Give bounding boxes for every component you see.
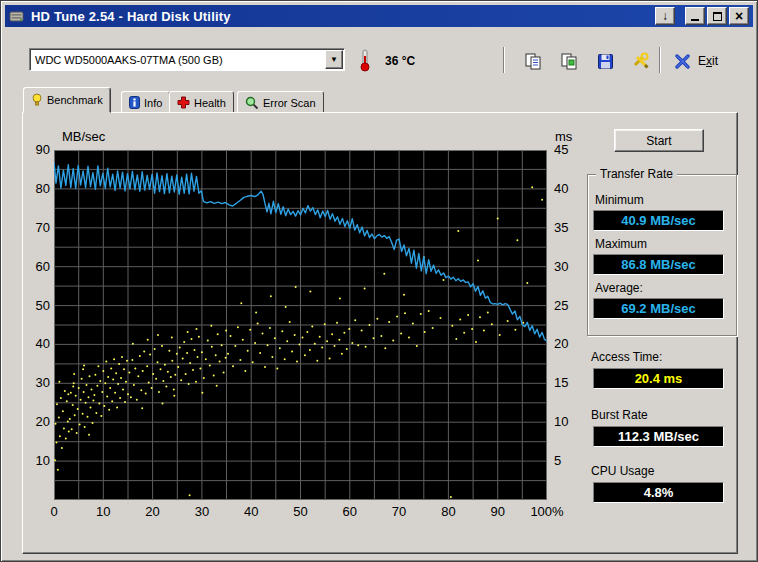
drive-select-dropdown-button[interactable]: ▼ [325, 50, 343, 69]
maximize-icon [713, 12, 722, 21]
copy-pages-icon [525, 53, 542, 70]
exit-label-pre: E [698, 54, 706, 68]
tab-benchmark-label: Benchmark [47, 94, 103, 106]
options-button[interactable] [629, 49, 653, 73]
magnifier-icon [245, 96, 259, 110]
left-axis-tick: 40 [22, 336, 50, 351]
x-axis-tick: 0 [50, 504, 57, 519]
maximum-value: 86.8 MB/sec [593, 254, 724, 275]
x-axis-tick: 70 [392, 504, 406, 519]
x-axis-tick: 30 [195, 504, 209, 519]
start-button[interactable]: Start [614, 129, 704, 152]
left-axis-title: MB/sec [62, 129, 105, 144]
minimum-label: Minimum [595, 193, 644, 207]
left-axis-tick: 70 [22, 220, 50, 235]
left-axis-tick: 30 [22, 375, 50, 390]
copy-text-button[interactable] [521, 49, 545, 73]
left-axis-tick: 20 [22, 414, 50, 429]
x-axis-tick: 40 [244, 504, 258, 519]
tab-error-scan[interactable]: Error Scan [237, 91, 324, 113]
tools-icon [632, 52, 650, 70]
x-axis-tick: 90 [490, 504, 504, 519]
info-icon [129, 96, 140, 109]
cpu-usage-label: CPU Usage [591, 464, 654, 478]
tab-info[interactable]: Info [121, 91, 170, 113]
average-value: 69.2 MB/sec [593, 298, 724, 319]
left-axis-tick: 60 [22, 259, 50, 274]
grid-lines [54, 150, 547, 500]
right-axis-tick: 40 [554, 181, 568, 196]
access-time-value: 20.4 ms [593, 368, 724, 389]
x-axis-tick: 10 [96, 504, 110, 519]
window-title: HD Tune 2.54 - Hard Disk Utility [31, 9, 231, 24]
tab-info-label: Info [144, 97, 162, 109]
left-axis-tick: 80 [22, 181, 50, 196]
burst-rate-value: 112.3 MB/sec [593, 426, 724, 447]
left-axis-tick: 90 [22, 142, 50, 157]
close-button[interactable]: × [729, 7, 749, 25]
benchmark-page: MB/sec ms 908070605040302010454035302520… [22, 112, 738, 554]
x-axis-tick: 100% [530, 504, 563, 519]
exit-x-icon [675, 54, 691, 69]
thermometer-icon [358, 48, 372, 72]
drive-select[interactable]: WDC WD5000AAKS-07TMA (500 GB) ▼ [29, 48, 345, 71]
benchmark-chart: MB/sec ms 908070605040302010454035302520… [54, 150, 547, 500]
cpu-usage-value: 4.8% [593, 482, 724, 503]
lightbulb-icon [31, 93, 43, 107]
tab-health[interactable]: Health [169, 91, 234, 113]
tab-health-label: Health [194, 97, 226, 109]
app-icon [9, 8, 25, 24]
x-axis-tick: 60 [343, 504, 357, 519]
roll-up-button[interactable]: ↓ [655, 7, 675, 25]
toolbar-separator [659, 47, 661, 73]
left-axis-tick: 50 [22, 298, 50, 313]
right-axis-tick: 20 [554, 336, 568, 351]
right-axis-tick: 35 [554, 220, 568, 235]
copy-image-icon [561, 53, 578, 70]
right-axis-tick: 25 [554, 298, 568, 313]
minimum-value: 40.9 MB/sec [593, 210, 724, 231]
titlebar[interactable]: HD Tune 2.54 - Hard Disk Utility ↓ × [5, 5, 753, 27]
chart-plot [54, 150, 547, 500]
toolbar-separator [503, 47, 505, 73]
temperature-value: 36 °C [385, 54, 415, 68]
copy-image-button[interactable] [557, 49, 581, 73]
tab-benchmark[interactable]: Benchmark [23, 87, 111, 113]
maximize-button[interactable] [707, 7, 727, 25]
red-cross-icon [177, 96, 190, 109]
exit-button[interactable] [671, 49, 695, 73]
drive-select-value: WDC WD5000AAKS-07TMA (500 GB) [30, 54, 325, 66]
average-label: Average: [595, 281, 643, 295]
right-axis-tick: 5 [554, 453, 561, 468]
x-axis-tick: 50 [293, 504, 307, 519]
chevron-down-icon: ▼ [330, 55, 338, 64]
roll-up-arrow-icon: ↓ [662, 10, 668, 22]
right-axis-tick: 45 [554, 142, 568, 157]
tab-error-scan-label: Error Scan [263, 97, 316, 109]
maximum-label: Maximum [595, 237, 647, 251]
save-button[interactable] [593, 49, 617, 73]
exit-label-post: it [712, 54, 718, 68]
right-axis-tick: 15 [554, 375, 568, 390]
start-button-label: Start [646, 134, 671, 148]
exit-label[interactable]: Exit [698, 54, 718, 68]
hdtune-window: HD Tune 2.54 - Hard Disk Utility ↓ × WDC… [0, 0, 758, 562]
access-time-label: Access Time: [591, 350, 662, 364]
left-axis-tick: 10 [22, 453, 50, 468]
transfer-rate-group-title: Transfer Rate [596, 167, 677, 181]
minimize-icon [691, 19, 699, 21]
burst-rate-label: Burst Rate [591, 408, 648, 422]
x-axis-tick: 80 [441, 504, 455, 519]
close-icon: × [735, 9, 743, 23]
x-axis-tick: 20 [145, 504, 159, 519]
floppy-disk-icon [597, 53, 614, 70]
minimize-button[interactable] [685, 7, 705, 25]
right-axis-tick: 10 [554, 414, 568, 429]
right-axis-tick: 30 [554, 259, 568, 274]
